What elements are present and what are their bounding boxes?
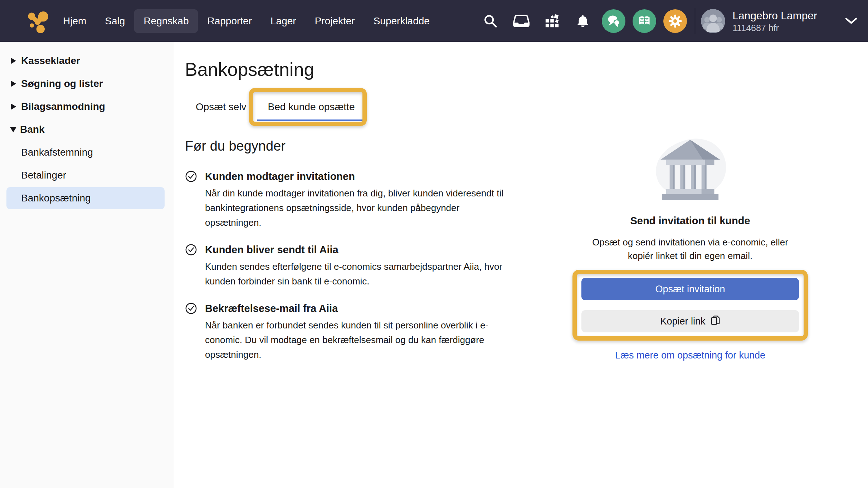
sidebar-item-label: Bankopsætning bbox=[21, 192, 91, 204]
search-icon[interactable] bbox=[475, 9, 506, 33]
sidebar-item-sogning-og-lister[interactable]: Søgning og lister bbox=[0, 72, 174, 95]
invite-description: Opsæt og send invitationen via e-conomic… bbox=[592, 235, 788, 263]
page-layout: Kasseklader Søgning og lister Bilagsanmo… bbox=[0, 42, 868, 488]
annotation-highlight-buttons: Opsæt invitation Kopier link bbox=[572, 270, 808, 341]
sidebar-item-label: Betalinger bbox=[21, 170, 66, 181]
sidebar-item-label: Bank bbox=[20, 124, 44, 135]
tab-bed-kunde-opsaette[interactable]: Bed kunde opsætte bbox=[257, 93, 366, 121]
content-row: Før du begynder Kunden modtager invitati… bbox=[185, 138, 868, 375]
inbox-icon[interactable] bbox=[506, 9, 537, 33]
apps-icon[interactable] bbox=[537, 9, 567, 33]
nav-item-projekter[interactable]: Projekter bbox=[306, 9, 364, 33]
caret-right-icon bbox=[11, 58, 16, 64]
step-item: Kunden bliver sendt til Aiia Kunden send… bbox=[185, 243, 543, 289]
sidebar-item-bilagsanmodning[interactable]: Bilagsanmodning bbox=[0, 95, 174, 118]
sidebar-item-label: Søgning og lister bbox=[21, 78, 103, 89]
caret-right-icon bbox=[11, 103, 16, 110]
sidebar-item-bank[interactable]: Bank bbox=[0, 118, 174, 141]
copy-link-button-label: Kopier link bbox=[660, 316, 705, 327]
chat-icon[interactable] bbox=[598, 9, 629, 33]
tab-bar: Opsæt selv Bed kunde opsætte bbox=[185, 93, 862, 121]
avatar-group-icon bbox=[701, 9, 725, 33]
sidebar-item-kasseklader[interactable]: Kasseklader bbox=[0, 49, 174, 72]
copy-icon bbox=[711, 314, 720, 328]
main-content: Bankopsætning Opsæt selv Bed kunde opsæt… bbox=[174, 42, 868, 488]
sidebar-item-betalinger[interactable]: Betalinger bbox=[0, 164, 174, 187]
step-item: Bekræftelsese-mail fra Aiia Når banken e… bbox=[185, 302, 543, 362]
topbar-actions: Langebro Lamper 1114687 hfr bbox=[475, 8, 857, 34]
user-info: Langebro Lamper 1114687 hfr bbox=[732, 9, 817, 33]
nav-item-hjem[interactable]: Hjem bbox=[54, 9, 96, 33]
step-item: Kunden modtager invitationen Når din kun… bbox=[185, 170, 543, 230]
check-circle-icon bbox=[185, 302, 197, 362]
caret-right-icon bbox=[11, 80, 16, 87]
sidebar-item-bankopsaetning[interactable]: Bankopsætning bbox=[6, 187, 165, 209]
e-conomic-logo-icon[interactable] bbox=[14, 5, 50, 38]
nav-item-salg[interactable]: Salg bbox=[96, 9, 134, 33]
step-text: Når din kunde modtager invitationen fra … bbox=[205, 186, 503, 230]
step-body: Bekræftelsese-mail fra Aiia Når banken e… bbox=[205, 302, 488, 362]
user-name: Langebro Lamper bbox=[732, 9, 817, 23]
sidebar-item-label: Kasseklader bbox=[21, 55, 80, 67]
academy-book-icon[interactable] bbox=[629, 9, 660, 33]
sidebar-item-label: Bankafstemning bbox=[21, 147, 93, 158]
step-body: Kunden bliver sendt til Aiia Kunden send… bbox=[205, 243, 502, 289]
sidebar-item-label: Bilagsanmodning bbox=[21, 101, 105, 112]
setup-invitation-button-label: Opsæt invitation bbox=[655, 284, 725, 295]
user-account-number: 1114687 hfr bbox=[732, 23, 817, 33]
step-body: Kunden modtager invitationen Når din kun… bbox=[205, 170, 503, 230]
learn-more-link[interactable]: Læs mere om opsætning for kunde bbox=[615, 350, 765, 361]
settings-icon[interactable] bbox=[660, 9, 691, 33]
step-title: Bekræftelsese-mail fra Aiia bbox=[205, 302, 488, 315]
before-you-begin-section: Før du begynder Kunden modtager invitati… bbox=[185, 138, 543, 375]
check-circle-icon bbox=[185, 244, 197, 289]
page-title: Bankopsætning bbox=[185, 59, 868, 80]
sidebar-item-bankafstemning[interactable]: Bankafstemning bbox=[0, 141, 174, 164]
check-circle-icon bbox=[185, 170, 197, 230]
caret-down-icon bbox=[10, 127, 16, 132]
account-menu[interactable]: Langebro Lamper 1114687 hfr bbox=[701, 9, 817, 33]
sidebar: Kasseklader Søgning og lister Bilagsanmo… bbox=[0, 42, 174, 488]
main-nav: Hjem Salg Regnskab Rapporter Lager Proje… bbox=[54, 9, 439, 33]
nav-item-rapporter[interactable]: Rapporter bbox=[198, 9, 261, 33]
section-heading: Før du begynder bbox=[185, 138, 543, 154]
nav-item-regnskab[interactable]: Regnskab bbox=[134, 9, 198, 33]
nav-item-superkladde[interactable]: Superkladde bbox=[364, 9, 439, 33]
step-text: Når banken er forbundet sendes kunden ti… bbox=[205, 318, 488, 362]
bank-building-icon bbox=[637, 135, 744, 204]
invite-heading: Send invitation til kunde bbox=[630, 215, 750, 227]
step-title: Kunden modtager invitationen bbox=[205, 170, 503, 183]
notifications-icon[interactable] bbox=[567, 9, 598, 33]
step-text: Kunden sendes efterfølgene til e-conomic… bbox=[205, 259, 502, 289]
step-title: Kunden bliver sendt til Aiia bbox=[205, 243, 502, 257]
send-invitation-panel: Send invitation til kunde Opsæt og send … bbox=[572, 135, 808, 361]
nav-item-lager[interactable]: Lager bbox=[261, 9, 306, 33]
chevron-down-icon[interactable] bbox=[845, 18, 857, 25]
topbar-divider bbox=[695, 8, 695, 34]
topbar: Hjem Salg Regnskab Rapporter Lager Proje… bbox=[0, 0, 868, 42]
setup-invitation-button[interactable]: Opsæt invitation bbox=[581, 278, 799, 300]
copy-link-button[interactable]: Kopier link bbox=[581, 310, 799, 332]
tab-opsaet-selv[interactable]: Opsæt selv bbox=[185, 93, 257, 121]
